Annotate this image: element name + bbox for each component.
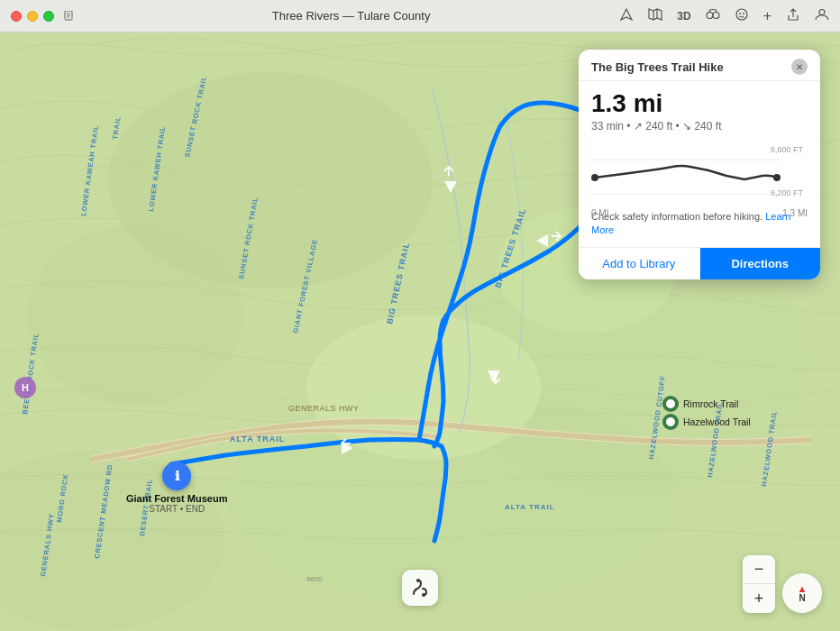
svg-text:Hazelwood Trail: Hazelwood Trail [683,416,751,427]
museum-icon: ℹ [162,462,191,490]
compass[interactable]: ▲ N [782,573,822,613]
svg-point-50 [739,13,741,14]
trail-stats: 33 min • ↗ 240 ft • ↘ 240 ft [591,120,808,133]
svg-text:H: H [22,382,29,393]
svg-point-57 [416,579,420,582]
account-icon[interactable] [815,7,829,24]
svg-point-48 [713,13,719,19]
svg-text:6600: 6600 [306,575,323,583]
map-icon[interactable] [648,7,662,24]
directions-button[interactable]: Directions [700,248,821,279]
route-icon[interactable] [402,570,438,606]
info-card: The Big Trees Trail Hike ✕ 1.3 mi 33 min… [579,50,820,279]
trail-distance: 1.3 mi [591,90,808,118]
card-actions: Add to Library Directions [579,247,820,279]
svg-marker-44 [649,9,662,20]
title-bar: Three Rivers — Tulare County 3D + [0,0,840,32]
svg-text:GENERALS HWY: GENERALS HWY [288,404,360,413]
window-title: Three Rivers — Tulare County [83,9,619,23]
svg-text:ALTA TRAIL: ALTA TRAIL [230,434,285,444]
elevation-x-labels: 0 MI 1.3 MI [591,208,808,218]
museum-name: Giant Forest Museum [126,493,227,504]
map-container: BIG TREES TRAIL BIG TREES TRAIL ALTA TRA… [0,0,840,631]
navigation-icon[interactable] [619,7,634,24]
svg-point-38 [666,417,675,426]
toolbar-icons: 3D + [619,7,829,24]
card-close-button[interactable]: ✕ [791,59,808,75]
card-body: 1.3 mi 33 min • ↗ 240 ft • ↘ 240 ft 6,60… [579,81,820,238]
svg-point-52 [819,10,825,15]
distance-end: 1.3 MI [782,208,808,218]
binoculars-icon[interactable] [706,7,720,24]
svg-point-49 [736,9,747,20]
zoom-controls: − + [743,555,775,613]
window-document-icon [63,10,76,23]
maximize-button[interactable] [43,11,54,22]
elevation-low-label: 6,200 FT [771,188,804,197]
compass-label: N [799,594,805,603]
svg-text:Rimrock Trail: Rimrock Trail [683,398,738,409]
close-button[interactable] [11,11,22,22]
svg-point-51 [743,13,744,14]
svg-point-47 [707,13,713,19]
elevation-high-label: 6,600 FT [771,145,804,154]
zoom-out-button[interactable]: − [743,555,775,584]
museum-marker[interactable]: ℹ Giant Forest Museum START • END [126,462,227,514]
svg-point-6 [306,316,541,460]
zoom-in-button[interactable]: + [743,584,775,613]
share-icon[interactable] [786,7,800,24]
face-icon[interactable] [735,7,749,24]
add-to-library-button[interactable]: Add to Library [579,248,700,279]
elevation-chart: 6,600 FT 6,200 FT 0 MI [591,142,808,205]
card-header: The Big Trees Trail Hike ✕ [579,50,820,81]
plus-icon[interactable]: + [763,8,772,24]
minimize-button[interactable] [27,11,38,22]
card-title: The Big Trees Trail Hike [591,60,724,74]
3d-icon[interactable]: 3D [677,10,690,23]
svg-text:ALTA TRAIL: ALTA TRAIL [505,503,555,511]
museum-sub: START • END [149,504,205,514]
stats-text: 33 min • ↗ 240 ft • ↘ 240 ft [591,120,721,133]
distance-start: 0 MI [591,208,608,218]
svg-point-2 [27,225,243,406]
svg-point-35 [666,399,675,408]
traffic-lights [11,11,54,22]
svg-point-58 [422,593,425,597]
